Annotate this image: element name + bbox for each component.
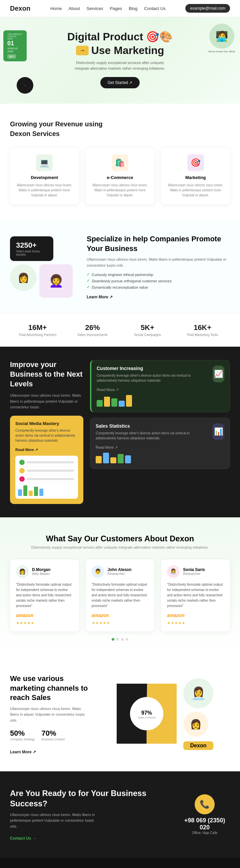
ch-stat-num-1: 50%: [10, 729, 35, 738]
nav-logo[interactable]: Dexon: [10, 5, 30, 12]
testi-brand-2: amazon: [92, 613, 149, 618]
testi-stars-2: ★★★★★: [92, 621, 149, 625]
testimonials-title: What Say Our Customers About Dexon: [10, 534, 230, 543]
sales-statistics-card: Sales Statistics Competently leverage ot…: [90, 418, 230, 469]
nav-blog[interactable]: Blog: [129, 6, 137, 11]
hero-cta-button[interactable]: Get Started ↗: [100, 77, 140, 88]
stat-campaigns-label: Social Campaigns: [120, 333, 175, 337]
testi-stars-3: ★★★★★: [167, 621, 224, 625]
hero-circle-icon: ↓: [24, 84, 26, 87]
nav-contact[interactable]: Contact Us: [144, 6, 165, 11]
dot-3[interactable]: [121, 638, 124, 641]
hero-person-label: Get to Know Our Work: [207, 50, 237, 53]
check-icon-3: ✓: [87, 285, 90, 289]
testi-header-2: 👨 John Aleson Researcher: [92, 565, 149, 578]
nav-pages[interactable]: Pages: [110, 6, 122, 11]
footer: Dexon Ullamcorper risus ultrices risus l…: [0, 858, 240, 868]
bar-v-3: [111, 398, 117, 407]
service-desc-ecommerce: Allamcorper risus ultrices risus lorem. …: [92, 183, 148, 198]
ch-stat-1: 50% Company Strategy: [10, 729, 35, 741]
promote-check-text-3: Dynamically reconceptualize value: [92, 285, 148, 289]
promote-check-1: ✓ Curiously engineer ethical partnership: [87, 272, 230, 277]
testi-name-2: John Aleson: [108, 567, 132, 572]
hero-title-line2: Use Marketing: [91, 44, 164, 57]
cta-contact-link[interactable]: Contact Us →: [10, 836, 36, 841]
channel-persons: 👩‍💼 👩 Dexon: [183, 678, 213, 750]
bar-v-1: [97, 400, 103, 407]
service-card-development: 💻 Development Allamcorper risus ultrices…: [10, 148, 79, 204]
carousel-dots: [10, 638, 230, 641]
customer-read-more[interactable]: Read More ↗: [97, 388, 119, 392]
pie-label: Sales Increase: [138, 716, 156, 719]
testi-avatar-1: 👩: [16, 565, 29, 578]
bar-4: [34, 487, 38, 496]
testi-name-1: D.Morgan: [32, 567, 50, 572]
bar-3: [29, 491, 33, 496]
promote-person2: 👩‍🦱: [39, 264, 73, 298]
promote-stat: 3250+ Total Leads Every Months: [10, 236, 53, 261]
social-card-read-more[interactable]: Read More ↗: [15, 448, 38, 452]
customer-bar-visual: [97, 395, 224, 407]
hero-badge: THE WEEKLY STATUS: 2025 01 STATUS: 2025 …: [3, 30, 27, 61]
dot-2[interactable]: [116, 638, 119, 641]
testimonials-section: What Say Our Customers About Dexon Disti…: [0, 517, 240, 657]
stat-tools-num: 16K+: [175, 323, 230, 332]
service-title-ecommerce: e-Commerce: [92, 175, 148, 180]
testimonial-1: 👩 D.Morgan Web Master "Distinctively for…: [10, 559, 79, 631]
nav-services[interactable]: Services: [87, 6, 103, 11]
customer-increasing-title: Customer Increasing: [97, 366, 209, 371]
phone-icon: 📞: [195, 794, 215, 814]
bar-2: [23, 485, 27, 496]
channels-learn-more[interactable]: Learn More ↗: [10, 750, 36, 754]
promote-section: 3250+ Total Leads Every Months 👩 👩‍🦱 Spe…: [0, 221, 240, 313]
services-section: Growing your Revenue using Dexon Service…: [0, 104, 240, 221]
service-title-marketing: Marketing: [168, 175, 223, 180]
nav-email[interactable]: example@mail.com: [185, 4, 230, 13]
stat-sales-label: Sales Improvements: [65, 333, 120, 337]
stat-tools: 16K+ Paid Marketing Tools: [175, 323, 230, 337]
ecommerce-icon: 🛍️: [112, 154, 128, 171]
channels-title: We use various marketing channels to rea…: [10, 674, 90, 703]
services-heading-line1: Growing your Revenue using: [10, 120, 230, 128]
testimonial-3: 👩‍💼 Sonia Saris Researcher "Distinctivel…: [161, 559, 230, 631]
promote-title: Specialize in help Companies Promote You…: [87, 234, 230, 253]
dot-4[interactable]: [126, 638, 128, 641]
business-desc: Ullamcorper risus ultrices risus lorem. …: [10, 393, 83, 410]
bar-v-5: [126, 395, 132, 407]
testi-avatar-2: 👨: [92, 565, 104, 578]
hero-badge-tag: 80+: [7, 54, 16, 59]
social-mockup: [15, 456, 78, 499]
nav-home[interactable]: Home: [50, 6, 62, 11]
testi-role-2: Researcher: [108, 572, 132, 576]
promote-right: Specialize in help Companies Promote You…: [87, 234, 230, 300]
social-media-card: Social Media Mastery Competently leverag…: [10, 416, 83, 504]
social-row-3: [18, 475, 75, 483]
service-desc-marketing: Allamcorper risus ultrices risus lorem. …: [168, 183, 223, 198]
dot-1[interactable]: [112, 638, 114, 641]
pie-chart-container: 97% Sales Increase: [117, 684, 177, 745]
person-overlay-2: 👩: [183, 712, 208, 737]
cta-right: 📞 +98 069 (2350) 020 Office / App Calls: [179, 794, 230, 835]
person-overlay-1: 👩‍💼: [183, 678, 213, 708]
hero-subtitle-row: → Use Marketing: [30, 44, 210, 57]
bar-v-4: [119, 401, 125, 407]
stats-bar: 16M+ Total Advertising Partners 26% Sale…: [0, 313, 240, 347]
dexon-badge: Dexon: [183, 741, 213, 750]
marketing-icon: 🎯: [187, 154, 204, 171]
business-right: Customer Increasing Competently leverage…: [90, 360, 230, 504]
testi-brand-3: amazon: [167, 613, 224, 618]
ch-stat-label-2: Business Contact: [42, 738, 65, 741]
testimonial-2: 👨 John Aleson Researcher "Distinctively …: [86, 559, 155, 631]
sales-read-more[interactable]: Read More ↗: [96, 445, 118, 450]
social-line-1: [27, 461, 74, 463]
sales-statistics-icon: 📊: [212, 423, 224, 440]
service-title-development: Development: [17, 175, 72, 180]
testimonials-desc: Distinctively supply exceptional service…: [10, 545, 230, 549]
nav-about[interactable]: About: [69, 6, 80, 11]
promote-learn-more[interactable]: Learn More ↗: [87, 294, 113, 299]
testi-name-3: Sonia Saris: [183, 567, 205, 572]
sales-bar-visual: [96, 453, 224, 463]
testi-role-1: Web Master: [32, 572, 50, 576]
bar-5: [39, 489, 43, 496]
hero-title-line1: Digital Product 🎯🎨: [30, 30, 210, 43]
